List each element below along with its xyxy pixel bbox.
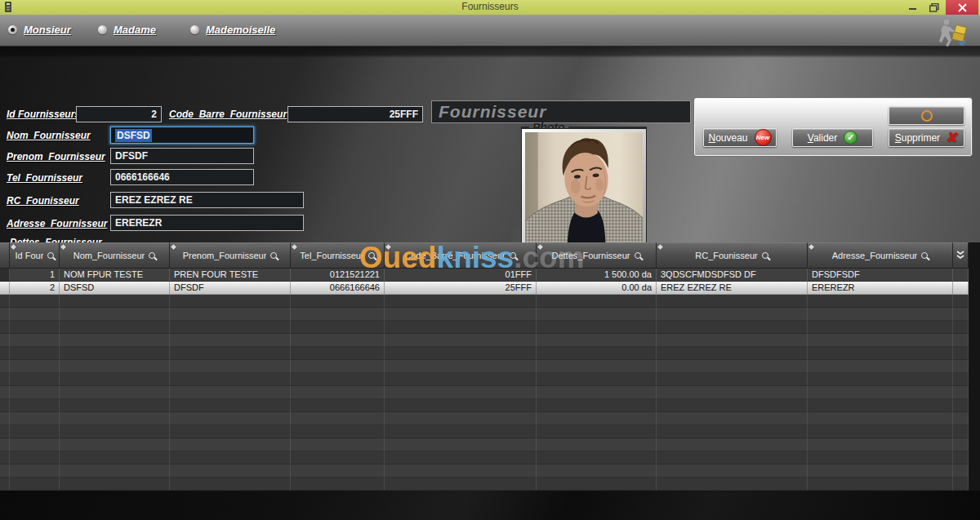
table-cell[interactable]: NOM FPUR TESTE bbox=[60, 269, 170, 282]
sort-icon[interactable] bbox=[60, 244, 66, 250]
new-badge-icon: New bbox=[755, 129, 772, 146]
empty-row[interactable] bbox=[0, 478, 969, 491]
table-cell[interactable]: 01FFF bbox=[385, 269, 537, 282]
nom-fournisseur-field[interactable]: DSFSD bbox=[110, 127, 254, 144]
check-icon: ✓ bbox=[844, 131, 858, 144]
table-cell[interactable]: EREREZR bbox=[808, 282, 953, 295]
empty-row[interactable] bbox=[0, 373, 969, 386]
empty-row[interactable] bbox=[0, 347, 969, 360]
column-header[interactable]: Adresse_Fournisseur bbox=[808, 242, 953, 269]
close-button[interactable] bbox=[946, 0, 978, 15]
suppliers-grid: Id FourNom_FournisseurPrenom_Fournisseur… bbox=[0, 242, 969, 491]
code-barre-field[interactable]: 25FFF bbox=[287, 106, 423, 122]
radio-madame-label: Madame bbox=[114, 24, 156, 36]
search-icon[interactable] bbox=[762, 252, 768, 259]
empty-row[interactable] bbox=[0, 295, 969, 308]
table-cell[interactable]: 25FFF bbox=[385, 282, 537, 295]
table-cell[interactable]: PREN FOUR TESTE bbox=[170, 269, 291, 282]
actions-panel: Nouveau New Valider ✓ Supprimer ✘ bbox=[694, 98, 972, 156]
sort-icon[interactable] bbox=[657, 244, 663, 250]
search-icon[interactable] bbox=[270, 252, 277, 259]
empty-row[interactable] bbox=[0, 412, 969, 425]
table-cell[interactable]: DSFSD bbox=[60, 282, 170, 295]
minimize-button[interactable] bbox=[903, 0, 923, 15]
table-cell[interactable]: 2 bbox=[10, 282, 60, 295]
empty-row[interactable] bbox=[0, 308, 969, 321]
radio-ball bbox=[98, 25, 107, 34]
nouveau-label: Nouveau bbox=[708, 132, 747, 144]
radio-monsieur[interactable]: Monsieur bbox=[8, 24, 71, 36]
radio-mademoiselle[interactable]: Mademoiselle bbox=[190, 24, 275, 36]
table-cell[interactable]: DFSDFSDF bbox=[808, 269, 953, 282]
adresse-fournisseur-field[interactable]: EREREZR bbox=[110, 215, 304, 231]
search-icon[interactable] bbox=[149, 252, 155, 259]
column-header-label: RC_Founisseur bbox=[695, 251, 757, 260]
table-row[interactable]: 2DSFSDDFSDF066616664625FFF0.00 daEREZ EZ… bbox=[0, 282, 969, 295]
column-options-header[interactable] bbox=[953, 242, 969, 269]
table-cell[interactable]: EREZ EZREZ RE bbox=[657, 282, 808, 295]
search-icon[interactable] bbox=[368, 252, 375, 259]
column-header[interactable]: RC_Founisseur bbox=[657, 242, 808, 269]
id-fournisseurs-field[interactable]: 2 bbox=[76, 106, 162, 122]
row-indicator-cell[interactable] bbox=[0, 269, 10, 282]
window-title: Fournisseurs bbox=[0, 1, 980, 12]
delete-x-icon: ✘ bbox=[946, 128, 960, 147]
sort-icon[interactable] bbox=[292, 244, 297, 250]
column-header[interactable]: Tel_Fournisseur bbox=[291, 242, 385, 269]
table-cell[interactable]: 1 500.00 da bbox=[537, 269, 657, 282]
empty-row[interactable] bbox=[0, 464, 969, 478]
sort-icon[interactable] bbox=[11, 244, 16, 250]
valider-label: Valider bbox=[808, 132, 837, 144]
empty-row[interactable] bbox=[0, 399, 969, 412]
table-row[interactable]: 1NOM FPUR TESTEPREN FOUR TESTE0121521221… bbox=[0, 269, 969, 282]
column-header[interactable]: Code_Barre_Fournisseur bbox=[385, 242, 537, 269]
search-icon[interactable] bbox=[510, 252, 516, 259]
radio-ball bbox=[190, 25, 199, 34]
maximize-button[interactable] bbox=[924, 0, 944, 15]
valider-button[interactable]: Valider ✓ bbox=[792, 128, 873, 147]
search-icon[interactable] bbox=[47, 252, 54, 259]
sort-icon[interactable] bbox=[537, 244, 543, 250]
empty-row[interactable] bbox=[0, 451, 969, 464]
column-header-label: Code_Barre_Fournisseur bbox=[404, 251, 506, 260]
column-header[interactable]: Prenom_Fournisseur bbox=[170, 242, 291, 269]
table-cell[interactable]: DFSDF bbox=[170, 282, 291, 295]
search-icon[interactable] bbox=[635, 252, 641, 259]
prenom-fournisseur-field[interactable]: DFSDF bbox=[110, 148, 254, 164]
column-header[interactable]: Dettes_Fournisseur bbox=[537, 242, 657, 269]
tel-fournisseur-field[interactable]: 0666166646 bbox=[110, 169, 254, 185]
close-icon bbox=[958, 3, 967, 12]
delivery-man-icon bbox=[929, 17, 974, 47]
toolbar: Monsieur Madame Mademoiselle bbox=[0, 15, 980, 47]
rc-founisseur-field[interactable]: EREZ EZREZ RE bbox=[110, 192, 304, 208]
column-header[interactable]: Id Four bbox=[10, 242, 60, 269]
power-button[interactable] bbox=[889, 106, 964, 125]
row-indicator-cell[interactable] bbox=[0, 282, 10, 295]
table-cell[interactable]: 0121521221 bbox=[291, 269, 385, 282]
radio-madame[interactable]: Madame bbox=[98, 24, 156, 36]
empty-row[interactable] bbox=[0, 425, 969, 438]
empty-row[interactable] bbox=[0, 438, 969, 451]
grid-right-gap bbox=[969, 242, 980, 492]
search-icon[interactable] bbox=[921, 252, 928, 259]
empty-row[interactable] bbox=[0, 334, 969, 347]
column-header-label: Prenom_Fournisseur bbox=[183, 251, 267, 260]
empty-row[interactable] bbox=[0, 321, 969, 334]
sort-icon[interactable] bbox=[808, 244, 814, 250]
radio-ball bbox=[8, 25, 17, 34]
column-header-label: Dettes_Fournisseur bbox=[552, 251, 630, 260]
nouveau-button[interactable]: Nouveau New bbox=[703, 128, 777, 147]
column-header[interactable]: Nom_Fournisseur bbox=[60, 242, 170, 269]
column-header-label: Nom_Fournisseur bbox=[74, 251, 145, 260]
table-cell[interactable]: 0666166646 bbox=[291, 282, 385, 295]
table-cell[interactable]: 0.00 da bbox=[537, 282, 657, 295]
application-window: Fournisseurs Monsieur Madame Madem bbox=[0, 0, 980, 520]
sort-icon[interactable] bbox=[385, 244, 391, 250]
sort-icon[interactable] bbox=[171, 244, 176, 250]
empty-row[interactable] bbox=[0, 386, 969, 399]
table-cell[interactable]: 3QDSCFMDSDFSD DF bbox=[657, 269, 808, 282]
fournisseur-banner: Fournisseur bbox=[431, 100, 691, 123]
empty-row[interactable] bbox=[0, 360, 969, 373]
table-cell[interactable]: 1 bbox=[10, 269, 60, 282]
supprimer-button[interactable]: Supprimer ✘ bbox=[889, 128, 964, 147]
